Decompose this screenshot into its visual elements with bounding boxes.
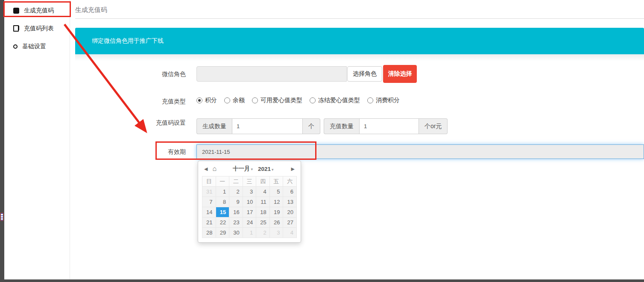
calendar-day[interactable]: 22 (216, 217, 229, 228)
calendar-day[interactable]: 30 (229, 228, 243, 238)
chevron-down-icon: ▾ (272, 167, 274, 172)
calendar-day[interactable]: 13 (283, 197, 297, 207)
calendar-day[interactable]: 14 (202, 207, 216, 217)
quantity-input[interactable] (232, 118, 303, 134)
prev-month-icon[interactable]: ◀ (203, 166, 209, 172)
next-month-icon[interactable]: ▶ (290, 166, 296, 172)
calendar-day[interactable]: 16 (229, 207, 243, 217)
calendar-day[interactable]: 8 (216, 197, 229, 207)
sidebar-item-2[interactable]: 充值码列表 (4, 21, 70, 36)
chevron-down-icon: ▾ (251, 167, 253, 171)
left-edge-strip (0, 0, 4, 282)
calendar-day[interactable]: 6 (283, 187, 297, 197)
calendar-day[interactable]: 2 (256, 228, 270, 238)
calendar-day[interactable]: 20 (283, 207, 297, 217)
validity-date-input[interactable] (196, 144, 644, 159)
calendar-day[interactable]: 11 (256, 197, 270, 207)
calendar-day[interactable]: 28 (202, 228, 216, 238)
weekday-header: 四 (256, 176, 270, 187)
calendar-day[interactable]: 17 (243, 207, 256, 217)
form-row-recharge-type: 充值类型 积分余额可用爱心值类型冻结爱心值类型消费积分 (70, 97, 644, 106)
input-group-prefix: 充值数量 (324, 118, 359, 134)
plus-square-icon (13, 8, 19, 14)
radio-label: 消费积分 (376, 97, 400, 104)
calendar-week-row: 78910111213 (202, 197, 297, 207)
calendar-day[interactable]: 23 (229, 217, 243, 228)
calendar-day[interactable]: 21 (202, 217, 216, 228)
wechat-role-label: 微信角色 (70, 65, 186, 83)
radio-icon (310, 97, 316, 103)
form-row-code-settings: 充值码设置 生成数量个充值数量个or元 (70, 118, 644, 135)
radio-option[interactable]: 冻结爱心值类型 (310, 97, 360, 104)
datepicker-header: ◀ ⌂ 十一月▾ 2021▾ ▶ (202, 163, 297, 174)
calendar-grid: 日一二三四五六 31123456789101112131415161718192… (202, 176, 297, 238)
calendar-day[interactable]: 1 (216, 187, 229, 197)
calendar-week-row: 31123456 (202, 187, 297, 197)
radio-icon (367, 97, 373, 103)
calendar-day[interactable]: 9 (229, 197, 243, 207)
calendar-day[interactable]: 1 (243, 228, 256, 238)
calendar-day[interactable]: 24 (243, 217, 256, 228)
weekday-header: 三 (243, 176, 256, 187)
year-selector[interactable]: 2021▾ (258, 166, 274, 172)
sidebar-item-1[interactable]: 生成充值码 (4, 3, 70, 18)
wechat-role-input[interactable] (196, 66, 347, 82)
clear-selection-button[interactable]: 清除选择 (383, 65, 417, 83)
home-icon[interactable]: ⌂ (212, 165, 217, 172)
title-divider (75, 18, 644, 19)
radio-label: 积分 (205, 97, 217, 104)
calendar-day[interactable]: 2 (229, 187, 243, 197)
bottom-bar (0, 279, 644, 282)
weekday-header: 一 (216, 176, 229, 187)
calendar-day[interactable]: 15 (216, 207, 229, 217)
calendar-day[interactable]: 29 (216, 228, 229, 238)
input-group-1: 生成数量个 (196, 118, 320, 134)
calendar-day[interactable]: 7 (202, 197, 216, 207)
code-settings-label: 充值码设置 (70, 118, 186, 127)
radio-icon (196, 97, 202, 103)
calendar-week-row: 21222324252627 (202, 217, 297, 228)
radio-icon (252, 97, 258, 103)
quantity-input[interactable] (359, 118, 419, 134)
calendar-day[interactable]: 26 (269, 217, 283, 228)
calendar-day[interactable]: 19 (269, 207, 283, 217)
radio-icon (224, 97, 230, 103)
radio-option[interactable]: 消费积分 (367, 97, 400, 104)
calendar-day[interactable]: 4 (283, 228, 297, 238)
input-group-prefix: 生成数量 (196, 118, 232, 134)
calendar-day[interactable]: 25 (256, 217, 270, 228)
weekday-header: 二 (229, 176, 243, 187)
recharge-type-label: 充值类型 (70, 97, 186, 106)
radio-label: 可用爱心值类型 (261, 97, 302, 104)
calendar-day[interactable]: 5 (269, 187, 283, 197)
validity-label: 有效期 (70, 144, 186, 159)
form-row-wechat-role: 微信角色 选择角色 清除选择 (70, 65, 644, 83)
input-group-suffix: 个 (303, 118, 320, 134)
sidebar-item-3[interactable]: 基础设置 (4, 39, 70, 54)
select-role-button[interactable]: 选择角色 (347, 66, 382, 82)
calendar-day[interactable]: 10 (243, 197, 256, 207)
radio-option[interactable]: 可用爱心值类型 (252, 97, 302, 104)
radio-option[interactable]: 积分 (196, 97, 217, 104)
weekday-header: 日 (202, 176, 216, 187)
calendar-week-row: 14151617181920 (202, 207, 297, 217)
sidebar: 生成充值码充值码列表基础设置 (4, 0, 70, 279)
calendar-day[interactable]: 3 (243, 187, 256, 197)
input-group-suffix: 个or元 (419, 118, 448, 134)
radio-label: 冻结爱心值类型 (318, 97, 360, 104)
calendar-day[interactable]: 27 (283, 217, 297, 228)
calendar-day[interactable]: 31 (202, 187, 216, 197)
month-selector[interactable]: 十一月▾ (233, 165, 253, 173)
panel-heading-shadow (75, 54, 644, 61)
calendar-week-row: 2829301234 (202, 228, 297, 238)
copy-icon (13, 26, 19, 32)
datepicker-popup: ◀ ⌂ 十一月▾ 2021▾ ▶ 日一二三四五六 311234567891011… (198, 161, 301, 243)
calendar-day[interactable]: 18 (256, 207, 270, 217)
calendar-day[interactable]: 3 (269, 228, 283, 238)
radio-option[interactable]: 余额 (224, 97, 245, 104)
docked-widget-marker (0, 213, 3, 221)
sidebar-item-label: 充值码列表 (24, 25, 54, 32)
calendar-day[interactable]: 12 (269, 197, 283, 207)
calendar-day[interactable]: 4 (256, 187, 270, 197)
sidebar-item-label: 生成充值码 (24, 7, 54, 15)
